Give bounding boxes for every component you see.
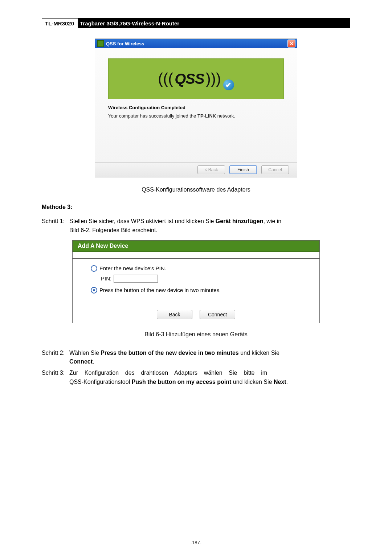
qss-app-icon (97, 40, 104, 47)
step-2-mid: und klicken Sie (239, 350, 279, 356)
finish-button[interactable]: Finish (229, 165, 257, 174)
qss-logo-text: QSS (175, 71, 204, 87)
step-2-line2: Connect. (69, 357, 350, 366)
model-label: TL-MR3020 (42, 19, 78, 28)
qss-titlebar: QSS for Wireless ✕ (95, 39, 297, 48)
page-header: TL-MR3020 Tragbarer 3G/3,75G-Wireless-N-… (42, 18, 350, 28)
step-3-line2-pre: QSS-Konfigurationstool (69, 379, 132, 385)
figure-caption-1: QSS-Konfigurationssoftware des Adapters (42, 186, 350, 193)
step-1-bold: Gerät hinzufügen (216, 218, 264, 224)
pin-input[interactable] (114, 275, 158, 283)
step-2-line2-bold: Connect (69, 358, 93, 365)
wifi-wave-right-icon: ))) (206, 70, 221, 87)
panel-back-button-label: Back (169, 312, 180, 317)
step-3-line2: QSS-Konfigurationstool Push the button o… (69, 378, 350, 387)
panel-back-button[interactable]: Back (157, 310, 192, 319)
step-1-pre: Stellen Sie sicher, dass WPS aktiviert i… (69, 218, 216, 224)
radio-icon (91, 265, 97, 272)
qss-msg-post: network. (216, 113, 235, 119)
step-2-pre: Wählen Sie (69, 350, 101, 356)
radio-icon-selected (91, 287, 97, 294)
qss-dialog: QSS for Wireless ✕ ((( QSS ))) ✔ Wireles… (95, 38, 297, 177)
qss-msg-pre: Your computer has successfully joined th… (108, 113, 197, 119)
panel-separator (73, 252, 319, 259)
qss-message: Your computer has successfully joined th… (108, 113, 284, 119)
qss-heading: Wireless Configuration Completed (108, 105, 284, 110)
cancel-button-label: Cancel (268, 167, 282, 172)
step-1-label: Schritt 1: (42, 217, 69, 226)
step-3-line2-bold2: Next (274, 379, 286, 385)
add-device-title: Add A New Device (73, 241, 319, 252)
back-button: < Back (197, 165, 225, 174)
step-2-line2-post: . (93, 358, 94, 365)
wifi-wave-left-icon: ((( (158, 70, 173, 87)
pin-label: PIN: (101, 275, 111, 282)
step-2: Schritt 2: Wählen Sie Press the button o… (42, 349, 350, 367)
add-device-panel: Add A New Device Enter the new device's … (72, 240, 320, 323)
radio-option-press-button-label: Press the button of the new device in tw… (99, 287, 221, 293)
step-3-line2-mid: und klicken Sie (231, 379, 274, 385)
success-check-icon: ✔ (223, 79, 234, 90)
step-3-line1: Zur Konfiguration des drahtlosen Adapter… (69, 369, 350, 378)
step-3-line2-post: . (286, 379, 288, 385)
qss-window-title: QSS for Wireless (106, 41, 144, 46)
step-2-label: Schritt 2: (42, 349, 69, 358)
step-3: Schritt 3: Zur Konfiguration des drahtlo… (42, 369, 350, 387)
close-icon[interactable]: ✕ (287, 40, 295, 48)
panel-connect-button[interactable]: Connect (200, 310, 235, 319)
qss-logo-banner: ((( QSS ))) ✔ (108, 58, 284, 99)
doc-title: Tragbarer 3G/3,75G-Wireless-N-Router (78, 19, 350, 28)
radio-option-enter-pin-label: Enter the new device's PIN. (99, 265, 166, 271)
method3-heading: Methode 3: (42, 204, 350, 210)
qss-footer: < Back Finish Cancel (95, 162, 297, 177)
back-button-label: < Back (204, 167, 218, 172)
cancel-button: Cancel (261, 165, 289, 174)
finish-button-label: Finish (237, 167, 249, 172)
step-3-label: Schritt 3: (42, 369, 69, 378)
figure-caption-2: Bild 6-3 Hinzufügen eines neuen Geräts (42, 331, 350, 338)
step-1-line2: Bild 6-2. Folgendes Bild erscheint. (69, 226, 350, 235)
radio-option-press-button[interactable]: Press the button of the new device in tw… (91, 287, 301, 294)
qss-msg-bold: TP-LINK (197, 113, 216, 119)
step-1-post: , wie in (263, 218, 281, 224)
step-3-line2-bold: Push the button on my access point (132, 379, 232, 385)
panel-connect-button-label: Connect (208, 312, 227, 317)
page-number: -187- (0, 540, 392, 545)
step-2-bold: Press the button of the new device in tw… (101, 350, 239, 356)
step-1: Schritt 1: Stellen Sie sicher, dass WPS … (42, 217, 350, 235)
radio-option-enter-pin[interactable]: Enter the new device's PIN. (91, 265, 301, 272)
